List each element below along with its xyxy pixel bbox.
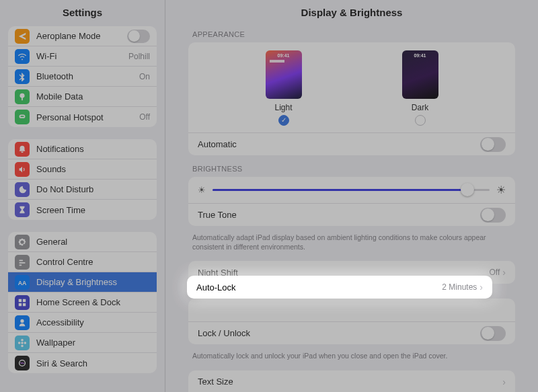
sidebar-item-wallpaper[interactable]: Wallpaper bbox=[8, 333, 157, 353]
aa-icon: AA bbox=[15, 275, 30, 290]
sidebar-item-wi-fi[interactable]: Wi-FiPolhill bbox=[8, 46, 157, 67]
sidebar-item-mobile-data[interactable]: Mobile Data bbox=[8, 87, 157, 107]
lock-unlock-label: Lock / Unlock bbox=[198, 328, 250, 338]
sidebar-item-label: Accessibility bbox=[36, 317, 84, 327]
sidebar-item-home-screen-dock[interactable]: Home Screen & Dock bbox=[8, 292, 157, 313]
link-icon bbox=[15, 110, 30, 124]
sidebar-item-value: Polhill bbox=[128, 52, 150, 61]
sidebar-item-label: Personal Hotspot bbox=[36, 112, 104, 122]
sidebar-toggle[interactable] bbox=[127, 30, 150, 43]
svg-point-1 bbox=[21, 342, 24, 344]
sidebar-item-label: Screen Time bbox=[36, 205, 85, 215]
sidebar-item-label: General bbox=[36, 237, 67, 247]
automatic-row[interactable]: Automatic bbox=[188, 132, 515, 155]
bell-icon bbox=[15, 142, 30, 157]
chevron-right-icon: › bbox=[479, 282, 483, 292]
brightness-knob[interactable] bbox=[461, 183, 474, 196]
sidebar-item-label: Sounds bbox=[36, 164, 66, 174]
brightness-track[interactable] bbox=[213, 189, 490, 191]
brightness-panel: ☀ ☀ True Tone bbox=[188, 177, 515, 226]
sidebar-item-label: Wi-Fi bbox=[36, 51, 56, 61]
sidebar-item-personal-hotspot[interactable]: Personal HotspotOff bbox=[8, 107, 157, 127]
dark-label: Dark bbox=[402, 103, 438, 112]
sidebar-item-label: Bluetooth bbox=[36, 71, 73, 81]
text-size-label: Text Size bbox=[198, 377, 233, 387]
sidebar-item-value: Off bbox=[139, 112, 150, 122]
sidebar-item-screen-time[interactable]: Screen Time bbox=[8, 200, 157, 220]
chevron-right-icon: › bbox=[502, 377, 506, 387]
airplane-icon bbox=[15, 29, 30, 44]
automatic-toggle[interactable] bbox=[480, 137, 506, 152]
sun-large-icon: ☀ bbox=[496, 184, 506, 196]
svg-point-3 bbox=[21, 344, 24, 347]
sidebar-item-label: Wallpaper bbox=[36, 338, 75, 348]
light-thumbnail: 09:41 bbox=[266, 50, 302, 99]
lock-panel: x Lock / Unlock bbox=[188, 299, 515, 344]
speaker-icon bbox=[15, 162, 30, 177]
sliders-icon bbox=[15, 255, 30, 270]
truetone-toggle[interactable] bbox=[480, 208, 506, 223]
detail-title: Display & Brightness bbox=[165, 0, 538, 28]
lock-unlock-footer: Automatically lock and unlock your iPad … bbox=[165, 347, 538, 370]
sidebar-item-label: Aeroplane Mode bbox=[36, 31, 100, 41]
dark-thumbnail: 09:41 bbox=[402, 50, 438, 99]
sidebar-item-sounds[interactable]: Sounds bbox=[8, 159, 157, 180]
lock-unlock-row[interactable]: Lock / Unlock bbox=[188, 321, 515, 344]
person-icon bbox=[15, 315, 30, 330]
antenna-icon bbox=[15, 89, 30, 104]
svg-point-5 bbox=[24, 342, 27, 344]
appearance-section-label: APPEARANCE bbox=[165, 28, 538, 42]
truetone-label: True Tone bbox=[198, 210, 237, 220]
sidebar-item-accessibility[interactable]: Accessibility bbox=[8, 313, 157, 333]
lock-unlock-toggle[interactable] bbox=[480, 326, 506, 341]
detail-pane: Display & Brightness APPEARANCE 09:41 Li… bbox=[165, 0, 538, 392]
wifi-icon bbox=[15, 49, 30, 64]
appearance-panel: 09:41 Light 09:41 Dark Automatic bbox=[188, 42, 515, 155]
sidebar-item-do-not-disturb[interactable]: Do Not Disturb bbox=[8, 180, 157, 200]
sidebar-item-label: Home Screen & Dock bbox=[36, 297, 120, 307]
sidebar-item-notifications[interactable]: Notifications bbox=[8, 139, 157, 159]
truetone-row[interactable]: True Tone bbox=[188, 203, 515, 226]
light-radio[interactable] bbox=[278, 115, 289, 126]
text-panel: Text Size › Bold Text bbox=[188, 370, 515, 392]
sidebar-item-general[interactable]: General bbox=[8, 232, 157, 252]
sidebar-title: Settings bbox=[0, 0, 165, 26]
sidebar-item-label: Siri & Search bbox=[36, 358, 87, 368]
text-size-row[interactable]: Text Size › bbox=[188, 370, 515, 392]
svg-point-4 bbox=[18, 342, 21, 344]
hourglass-icon bbox=[15, 202, 30, 217]
gear-icon bbox=[15, 235, 30, 249]
brightness-section-label: BRIGHTNESS bbox=[165, 162, 538, 177]
light-label: Light bbox=[266, 103, 302, 112]
bluetooth-icon bbox=[15, 69, 30, 84]
settings-sidebar: Settings Aeroplane ModeWi-FiPolhillBluet… bbox=[0, 0, 165, 392]
sidebar-item-control-centre[interactable]: Control Centre bbox=[8, 252, 157, 272]
auto-lock-value: 2 Minutes bbox=[442, 282, 477, 292]
chevron-right-icon: › bbox=[502, 267, 506, 278]
sidebar-item-label: Do Not Disturb bbox=[36, 184, 93, 194]
appearance-option-dark[interactable]: 09:41 Dark bbox=[402, 50, 438, 126]
sidebar-item-value: On bbox=[139, 72, 150, 81]
grid-icon bbox=[15, 295, 30, 310]
sidebar-item-siri-search[interactable]: Siri & Search bbox=[8, 353, 157, 373]
truetone-footer: Automatically adapt iPad display based o… bbox=[165, 229, 538, 261]
siri-icon bbox=[15, 356, 30, 370]
flower-icon bbox=[15, 336, 30, 350]
auto-lock-label: Auto-Lock bbox=[196, 282, 236, 292]
svg-text:AA: AA bbox=[18, 279, 27, 286]
sidebar-item-label: Display & Brightness bbox=[36, 277, 117, 287]
sidebar-item-label: Control Centre bbox=[36, 257, 93, 267]
sun-small-icon: ☀ bbox=[198, 185, 206, 195]
auto-lock-row[interactable]: Auto-Lock 2 Minutes› bbox=[187, 276, 492, 299]
appearance-option-light[interactable]: 09:41 Light bbox=[266, 50, 302, 126]
sidebar-item-aeroplane-mode[interactable]: Aeroplane Mode bbox=[8, 26, 157, 46]
automatic-label: Automatic bbox=[198, 139, 237, 149]
svg-point-2 bbox=[21, 338, 24, 341]
sidebar-item-display-brightness[interactable]: AADisplay & Brightness bbox=[8, 272, 157, 292]
sidebar-item-bluetooth[interactable]: BluetoothOn bbox=[8, 67, 157, 87]
dark-radio[interactable] bbox=[415, 115, 426, 126]
night-shift-value: Off bbox=[490, 268, 500, 277]
sidebar-item-label: Notifications bbox=[36, 144, 84, 154]
brightness-slider-row[interactable]: ☀ ☀ bbox=[188, 177, 515, 203]
brightness-fill bbox=[213, 189, 467, 191]
